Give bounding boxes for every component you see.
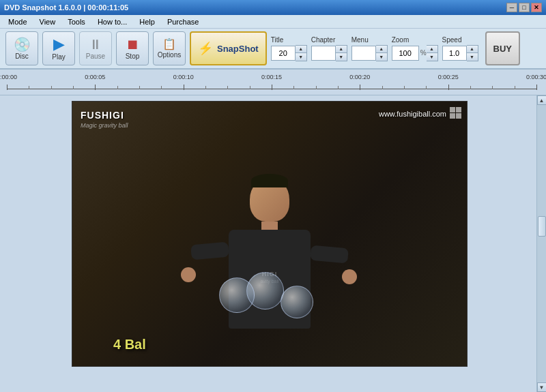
- lightning-icon: ⚡: [198, 41, 213, 56]
- speed-spin-down[interactable]: ▼: [467, 53, 478, 61]
- zoom-label: Zoom: [392, 36, 410, 44]
- toolbar: 💿 Disc ▶ Play ⏸ Pause ⏹ Stop 📋 Options ⚡…: [0, 29, 546, 70]
- menu-spinners: ▲ ▼: [376, 45, 388, 61]
- buy-button[interactable]: BUY: [485, 31, 520, 65]
- chapter-input-wrap: ▲ ▼: [311, 45, 347, 61]
- speed-input[interactable]: [442, 46, 467, 61]
- title-field-group: Title ▲ ▼: [271, 36, 307, 61]
- menu-spin-down[interactable]: ▼: [376, 53, 387, 61]
- options-icon: 📋: [162, 39, 176, 50]
- speed-label: Speed: [442, 36, 462, 44]
- ruler-label-0: 0:00:00: [0, 74, 17, 80]
- title-spin-down[interactable]: ▼: [296, 53, 306, 61]
- menu-input-wrap: ▲ ▼: [351, 45, 388, 61]
- crystal-ball-2: [281, 286, 313, 318]
- zoom-input[interactable]: [392, 46, 419, 61]
- ruler-label-5: 0:00:25: [438, 74, 459, 80]
- scroll-thumb[interactable]: [538, 216, 546, 237]
- title-label: Title: [271, 36, 284, 44]
- play-icon: ▶: [53, 37, 65, 52]
- maximize-button[interactable]: □: [519, 3, 530, 12]
- title-bar-buttons: ─ □ ✕: [506, 3, 542, 12]
- menu-mode[interactable]: Mode: [3, 16, 33, 27]
- zoom-spin-down[interactable]: ▼: [427, 53, 437, 61]
- snapshot-label: SnapShot: [217, 44, 259, 54]
- zoom-unit: %: [420, 49, 427, 57]
- ruler-label-1: 0:00:05: [85, 74, 105, 80]
- video-bottom-text: 4 Bal: [113, 337, 146, 352]
- grid-cell: [456, 107, 461, 112]
- close-button[interactable]: ✕: [531, 3, 542, 12]
- video-website: www.fushigiball.com: [379, 110, 446, 118]
- main-area: HIGI avity ball FUSHIGI Magic gravity ba…: [0, 95, 546, 392]
- disc-label: Disc: [15, 52, 28, 60]
- timeline-ruler: 0:00:00 0:00:05 0:00:10 0:00:15 0:00:20 …: [7, 75, 536, 86]
- menu-help[interactable]: Help: [134, 16, 160, 27]
- video-brand: FUSHIGI: [81, 110, 124, 121]
- video-frame: HIGI avity ball FUSHIGI Magic gravity ba…: [72, 101, 468, 367]
- options-button[interactable]: 📋 Options: [153, 31, 186, 65]
- scroll-down-arrow[interactable]: ▼: [537, 382, 547, 392]
- grid-cell: [456, 113, 461, 119]
- stop-button[interactable]: ⏹ Stop: [116, 31, 149, 65]
- app-title: DVD Snapshot 1.6.0.0 | 00:00:11:05: [4, 3, 128, 12]
- title-input-wrap: ▲ ▼: [271, 45, 307, 61]
- chapter-spin-up[interactable]: ▲: [336, 46, 347, 53]
- pause-icon: ⏸: [89, 37, 102, 51]
- chapter-label: Chapter: [311, 36, 336, 44]
- title-input[interactable]: [271, 46, 296, 61]
- crystal-ball-3: [219, 277, 255, 313]
- scrollbar: ▲ ▼: [536, 95, 546, 392]
- zoom-spin-up[interactable]: ▲: [427, 46, 437, 53]
- menu-input[interactable]: [351, 46, 376, 61]
- options-label: Options: [158, 51, 181, 59]
- timeline[interactable]: 0:00:00 0:00:05 0:00:10 0:00:15 0:00:20 …: [0, 70, 546, 95]
- chapter-field-group: Chapter ▲ ▼: [311, 36, 347, 61]
- chapter-spin-down[interactable]: ▼: [336, 53, 347, 61]
- ruler-label-4: 0:00:20: [349, 74, 370, 80]
- menu-spin-up[interactable]: ▲: [376, 46, 387, 53]
- menu-tools[interactable]: Tools: [62, 16, 91, 27]
- grid-icon: [450, 107, 461, 119]
- snapshot-button[interactable]: ⚡ SnapShot: [190, 31, 267, 65]
- right-arm: [310, 245, 349, 264]
- menu-bar: Mode View Tools How to... Help Purchase: [0, 15, 546, 29]
- title-spinners: ▲ ▼: [296, 45, 307, 61]
- stop-icon: ⏹: [126, 37, 139, 51]
- speed-input-wrap: ▲ ▼: [442, 45, 478, 61]
- play-label: Play: [52, 53, 65, 61]
- grid-cell: [450, 113, 455, 119]
- menu-label: Menu: [351, 36, 369, 44]
- person-hair: [251, 174, 288, 187]
- zoom-field-group: Zoom % ▲ ▼: [392, 36, 438, 61]
- chapter-spinners: ▲ ▼: [336, 45, 347, 61]
- speed-spin-up[interactable]: ▲: [467, 46, 478, 53]
- disc-icon: 💿: [14, 37, 31, 51]
- zoom-input-wrap: % ▲ ▼: [392, 45, 438, 61]
- speed-field-group: Speed ▲ ▼: [442, 36, 478, 61]
- menu-field-group: Menu ▲ ▼: [351, 36, 388, 61]
- right-hand: [342, 269, 357, 284]
- video-sub-text: Magic gravity ball: [81, 122, 128, 129]
- title-spin-up[interactable]: ▲: [296, 46, 306, 53]
- left-hand: [181, 267, 196, 282]
- play-button[interactable]: ▶ Play: [42, 31, 75, 65]
- menu-howto[interactable]: How to...: [92, 16, 132, 27]
- disc-button[interactable]: 💿 Disc: [5, 31, 38, 65]
- chapter-input[interactable]: [311, 46, 336, 61]
- menu-view[interactable]: View: [34, 16, 61, 27]
- ruler-label-6: 0:00:30: [526, 74, 546, 80]
- scroll-up-arrow[interactable]: ▲: [537, 95, 547, 105]
- zoom-spinners: ▲ ▼: [427, 45, 438, 61]
- stop-label: Stop: [126, 52, 140, 60]
- pause-button[interactable]: ⏸ Pause: [79, 31, 112, 65]
- grid-cell: [450, 107, 455, 112]
- person-neck: [261, 222, 278, 230]
- menu-purchase[interactable]: Purchase: [162, 16, 204, 27]
- title-bar: DVD Snapshot 1.6.0.0 | 00:00:11:05 ─ □ ✕: [0, 0, 546, 15]
- ruler-label-3: 0:00:15: [261, 74, 282, 80]
- scroll-track[interactable]: [537, 105, 547, 382]
- person-head: [250, 177, 289, 222]
- video-container: HIGI avity ball FUSHIGI Magic gravity ba…: [0, 95, 536, 392]
- minimize-button[interactable]: ─: [506, 3, 517, 12]
